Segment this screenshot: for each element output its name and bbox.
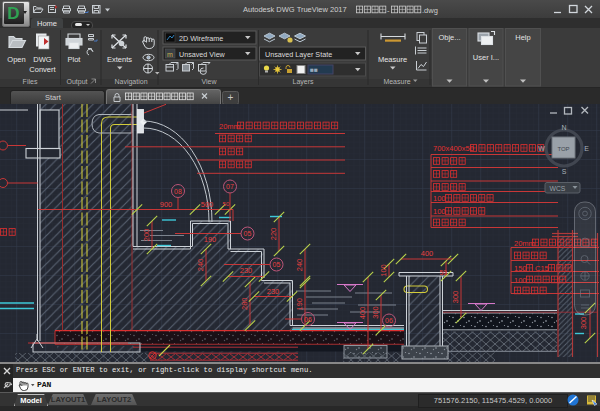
svg-text:230: 230: [240, 266, 253, 275]
svg-text:Obje...: Obje...: [438, 33, 460, 42]
svg-text:100: 100: [433, 207, 446, 216]
svg-text:DWG: DWG: [33, 55, 51, 64]
svg-text:05: 05: [273, 261, 281, 268]
svg-text:TOP: TOP: [557, 146, 569, 152]
svg-text:Unsaved View: Unsaved View: [179, 50, 226, 59]
svg-text:Plot: Plot: [68, 55, 82, 64]
svg-text:900: 900: [160, 200, 173, 209]
svg-text:700x400x50: 700x400x50: [433, 144, 474, 153]
svg-text:20mm: 20mm: [514, 239, 535, 248]
svg-text:Layers: Layers: [292, 78, 314, 86]
svg-text:Unsaved Layer State: Unsaved Layer State: [265, 50, 332, 59]
svg-text:50: 50: [439, 269, 447, 276]
svg-text:300: 300: [451, 291, 460, 304]
svg-text:230: 230: [267, 287, 280, 296]
svg-text:07: 07: [226, 183, 234, 190]
svg-text:.dwg: .dwg: [422, 6, 438, 15]
svg-text:Navigation: Navigation: [114, 78, 147, 86]
svg-text:20mm: 20mm: [219, 122, 240, 131]
svg-text:300: 300: [371, 306, 380, 319]
svg-text:190: 190: [204, 235, 217, 244]
svg-text:06: 06: [385, 317, 393, 324]
svg-text:200: 200: [142, 229, 151, 242]
svg-text:500: 500: [201, 200, 214, 209]
svg-text:05: 05: [244, 230, 252, 237]
svg-text:Convert: Convert: [29, 65, 56, 74]
svg-text:100: 100: [514, 276, 527, 285]
svg-text:WCS: WCS: [550, 185, 566, 192]
svg-text:400: 400: [421, 249, 434, 258]
svg-text:-: -: [387, 6, 390, 15]
svg-text:View: View: [201, 78, 217, 85]
svg-text:Measure: Measure: [378, 55, 407, 64]
svg-text:Files: Files: [23, 78, 38, 85]
svg-text:300: 300: [579, 317, 588, 330]
svg-text:S: S: [562, 168, 567, 175]
svg-text:240: 240: [196, 259, 205, 272]
svg-text:Extents: Extents: [107, 55, 132, 64]
svg-text:N: N: [561, 124, 566, 131]
svg-text:08: 08: [174, 188, 182, 195]
svg-text:Output: Output: [66, 78, 87, 86]
svg-text:m: m: [167, 51, 173, 58]
svg-text:■■: ■■: [310, 66, 318, 73]
svg-text:E: E: [584, 145, 589, 152]
svg-text:280: 280: [240, 297, 249, 310]
svg-text:400: 400: [358, 307, 367, 320]
svg-text:06: 06: [304, 316, 312, 323]
svg-text:Open: Open: [7, 55, 25, 64]
svg-text:50: 50: [223, 200, 230, 207]
svg-text:W: W: [538, 145, 545, 152]
svg-text:Help: Help: [515, 33, 530, 42]
svg-text:2D Wireframe: 2D Wireframe: [179, 34, 223, 43]
svg-text:100: 100: [433, 194, 446, 203]
svg-text:User I...: User I...: [473, 53, 499, 62]
svg-text:240: 240: [295, 259, 304, 272]
svg-text:190: 190: [295, 298, 304, 311]
svg-text:Measure: Measure: [383, 78, 410, 85]
svg-text:220: 220: [269, 228, 278, 241]
svg-text:100: 100: [379, 264, 388, 277]
